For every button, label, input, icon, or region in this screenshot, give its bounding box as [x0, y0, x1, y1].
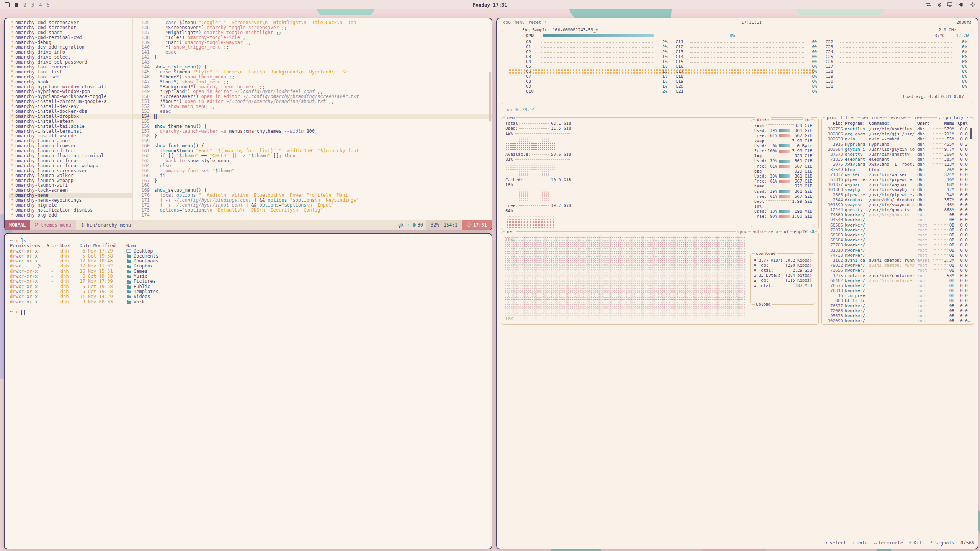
process-row[interactable]: 102099 kworker/ root 0B 0.0 [825, 318, 968, 323]
process-row[interactable]: 803 btrfs-tr root 0B 0.0 [825, 298, 968, 303]
process-row[interactable]: 95673 kworker/ root 0B 0.0 [825, 313, 968, 318]
proc-scrollbar[interactable] [970, 128, 972, 139]
process-row[interactable]: 76577 kworker/ root 0B 0.0 [825, 303, 968, 308]
network-arrows-icon[interactable] [926, 2, 931, 7]
process-row[interactable]: 72073 kworker/ root 0B 0.0 [825, 228, 968, 233]
process-row[interactable]: 1275 containe /usr/bin/containerd root 5… [825, 273, 968, 278]
code-line[interactable]: 153 esac [133, 109, 492, 114]
proc-header-program[interactable]: Program: [845, 121, 867, 126]
proc-header-command[interactable]: Command: [869, 121, 915, 126]
process-row[interactable]: 68584 kworker/ root 0B 0.0 [825, 238, 968, 243]
code-line[interactable]: 154 } [133, 114, 492, 119]
bluetooth-icon[interactable] [938, 2, 941, 7]
file-item[interactable]: * omarchy-font-set [9, 75, 132, 80]
btop-menu-tab[interactable]: cpu [503, 20, 511, 25]
display-icon[interactable] [947, 2, 952, 7]
process-row[interactable]: 101399 swayosd- /usr/bin/swayosd-server … [825, 202, 968, 207]
code-line[interactable]: 140 *) show_trigger_menu ;; [133, 45, 492, 50]
process-row[interactable]: 101377 waybar /usr/bin/waybar dhh 68M 0.… [825, 182, 968, 187]
process-row[interactable]: 2075 Xwayland Xwayland :1 -rootless - dh… [825, 162, 968, 167]
process-row[interactable]: 71835 elephant elephant dhh 385M 0.0 [825, 157, 968, 162]
process-row[interactable]: 16 rcu_pree root 0B 0.0 [825, 293, 968, 298]
process-row[interactable]: 1162 avahi-da avahi-daemon: running [ av… [825, 258, 968, 263]
footer-key-hint[interactable]: iinfo [853, 540, 868, 546]
process-row[interactable]: 68586 kworker/ root 0B 0.0 [825, 223, 968, 228]
terminal-prompt[interactable]: ~ › [10, 310, 492, 315]
proc-header-cpu[interactable]: Cpu% [956, 121, 968, 126]
file-item[interactable]: * omarchy-migrate [9, 203, 132, 208]
process-row[interactable]: 76313 kworker/ root 0B 0.0 [825, 288, 968, 293]
scroll-down-icon[interactable]: ↓ [967, 318, 970, 323]
code-pane[interactable]: 135 case $(menu "Toggle" " Screensaver\n… [133, 18, 492, 220]
editor-scrollbar[interactable] [489, 72, 491, 122]
file-item[interactable]: * omarchy-cmd-screenshot [9, 25, 132, 30]
process-row[interactable]: 103684 glycin-i /usr/lib/glycin-loaders … [825, 147, 968, 152]
btop-menu-tab[interactable]: menu [514, 20, 525, 25]
footer-key-hint[interactable]: ↑select [825, 540, 846, 546]
proc-tree-toggle[interactable]: tree [911, 115, 923, 121]
process-row[interactable]: 73656 kworker/ root 0B 0.0 [825, 268, 968, 273]
process-row[interactable]: 73703 kworker/ root 0B 0.0 [825, 243, 968, 248]
process-row[interactable]: 71837 walker /usr/bin/walker --gappl dhh… [825, 172, 968, 177]
file-item[interactable]: * omarchy-launch-floating-terminal- [9, 153, 132, 158]
net-sync-toggle[interactable]: sync [736, 229, 748, 235]
footer-key-hint[interactable]: Ssignals [931, 540, 954, 546]
code-line[interactable]: 141 esac [133, 50, 492, 55]
file-item[interactable]: * omarchy-install-tailscale [9, 124, 132, 129]
footer-key-hint[interactable]: KKill [909, 540, 924, 546]
update-interval[interactable]: 2000ms [956, 20, 972, 25]
process-row[interactable]: 68583 kworker/ root 0B 0.0 [825, 233, 968, 238]
process-row[interactable]: 101368 swaybg /usr/bin/swaybg -i /hom dh… [825, 187, 968, 192]
process-row[interactable]: 74869 kworker/ /usr/bin/ghostty --gtk- r… [825, 212, 968, 217]
net-arrows-icon[interactable]: ▲▼ [782, 229, 790, 235]
code-line[interactable]: 174 [133, 213, 492, 218]
file-item[interactable]: * omarchy-launch-walker [9, 173, 132, 178]
terminal-window[interactable]: ~ › ls Permissions Size User Date Modifi… [4, 233, 492, 549]
code-line[interactable]: 173 options="$options\n Defaults\n DNS\n… [133, 208, 492, 213]
disks-io-toggle[interactable]: io [803, 117, 811, 122]
process-row[interactable]: 102866 org.gnom /usr/bin/gjs /usr/lib/o … [825, 132, 968, 137]
process-row[interactable]: 63816 pipewire /usr/bin/pipewire dhh 16M… [825, 177, 968, 182]
proc-per-core-toggle[interactable]: per-core [861, 115, 883, 121]
code-line[interactable]: 167 } [133, 178, 492, 183]
code-line[interactable]: 166 fi [133, 173, 492, 178]
file-item[interactable]: * omarchy-launch-or-focus [9, 158, 132, 163]
code-line[interactable]: 163 back_to show_style_menu [133, 158, 492, 163]
file-item[interactable]: * omarchy-launch-screensaver [9, 168, 132, 173]
settings-gear-icon[interactable] [970, 2, 975, 7]
process-row[interactable]: 72088 kworker/ root 0B 0.0 [825, 308, 968, 313]
process-row[interactable]: 2506 pipewire /usr/bin/pipewire-pulse dh… [825, 192, 968, 197]
file-item[interactable]: * omarchy-font-list [9, 70, 132, 75]
process-row[interactable]: 12244 ghostty /usr/bin/ghostty --gtk- dh… [825, 207, 968, 212]
file-item[interactable]: * omarchy-hook [9, 80, 132, 85]
process-row[interactable]: 1916 Hyprland Hyprland dhh 455M 0.2 [825, 142, 968, 147]
proc-header-user[interactable]: User: [917, 121, 931, 126]
process-row[interactable]: 102796 nautilus /usr/bin/nautilus --new … [825, 127, 968, 132]
proc-sort-mode[interactable]: ‹ cpu lazy › [937, 115, 970, 121]
code-line[interactable]: 165 omarchy-font-set "$theme" [133, 168, 492, 173]
file-item[interactable]: * omarchy-cmd-terminal-cwd [9, 35, 132, 40]
process-row[interactable]: 87573 ghostty /usr/bin/ghostty --gtk- dh… [825, 152, 968, 157]
code-line[interactable]: 158 } [133, 134, 492, 139]
file-item[interactable]: * omarchy-notification-dismiss [9, 208, 132, 213]
proc-header-pid[interactable]: Pid: [825, 121, 843, 126]
process-row[interactable]: 2544 dropbox /home/dhh/.dropbox-dist dhh… [825, 197, 968, 202]
volume-icon[interactable] [959, 2, 964, 7]
process-row[interactable]: 79032 kworker/ avahi-daemon: running [ r… [825, 263, 968, 268]
proc-header-mem[interactable]: MemB [933, 121, 954, 126]
proc-filter-button[interactable]: filter [839, 115, 857, 121]
file-item[interactable]: * omarchy-cmd-share [9, 30, 132, 35]
footer-key-hint[interactable]: ↵terminate [874, 540, 903, 546]
process-row[interactable]: 94540 kworker/ root 0B 0.0 [825, 217, 968, 222]
btop-menu-tab[interactable]: reset [528, 20, 541, 25]
process-row[interactable]: 81310 kworker/ root 0B 0.0 [825, 248, 968, 253]
file-item[interactable]: * omarchy-install-docker-dbs [9, 109, 132, 114]
code-line[interactable]: 157 omarchy-launch-walker -m menus:omarc… [133, 129, 492, 134]
code-line[interactable]: 152 *) show_main_menu ;; [133, 104, 492, 109]
file-item[interactable]: * omarchy-cmd-screensaver [9, 20, 132, 25]
net-zero-toggle[interactable]: zero [767, 229, 779, 235]
file-item[interactable]: * omarchy-pkg-add [9, 213, 132, 218]
file-item[interactable]: * omarchy-launch-or-focus-webapp [9, 163, 132, 168]
process-row[interactable]: 102638 nvim nvim --embed dhh 55M 0.0 [825, 137, 968, 142]
net-auto-toggle[interactable]: auto [751, 229, 764, 235]
